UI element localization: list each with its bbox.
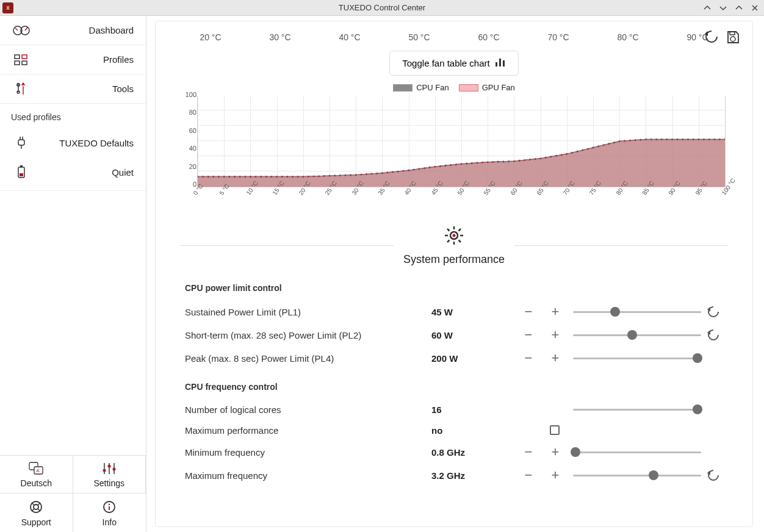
legend-cpu-fan[interactable]: CPU Fan: [393, 83, 449, 92]
slider-pl4[interactable]: [573, 352, 701, 364]
svg-point-115: [597, 145, 599, 147]
plug-icon: [12, 135, 31, 151]
slider-cores[interactable]: [573, 403, 701, 415]
sidebar-item-label: Quiet: [37, 167, 134, 178]
svg-rect-7: [22, 61, 27, 65]
temp-label: 40 °C: [331, 32, 368, 42]
sidebar-item-dashboard[interactable]: Dashboard: [0, 16, 146, 45]
svg-point-53: [271, 176, 273, 178]
plus-button[interactable]: +: [546, 349, 564, 367]
profiles-icon: [12, 52, 31, 68]
svg-point-91: [471, 162, 473, 164]
window-minimize-icon[interactable]: [716, 2, 730, 14]
svg-point-78: [403, 170, 405, 171]
svg-point-24: [112, 468, 115, 471]
used-profiles-header: Used profiles: [0, 104, 146, 128]
control-label: Maximum frequency: [185, 470, 429, 481]
cpu-power-header: CPU power limit control: [156, 271, 752, 300]
svg-point-49: [250, 176, 251, 178]
svg-point-43: [218, 176, 220, 178]
toggle-fan-chart-button[interactable]: Toggle fan table chart: [389, 51, 518, 76]
legend-swatch-icon: [393, 84, 413, 92]
minus-button[interactable]: −: [519, 466, 538, 484]
plus-button[interactable]: +: [546, 466, 564, 484]
save-icon[interactable]: [726, 30, 741, 46]
svg-point-99: [513, 160, 515, 162]
svg-point-51: [260, 176, 262, 178]
control-value: no: [431, 425, 517, 436]
svg-point-103: [535, 158, 536, 160]
language-icon: A: [29, 462, 43, 477]
slider-minfreq[interactable]: [573, 446, 701, 458]
legend-swatch-icon: [459, 84, 478, 92]
gear-icon: [443, 225, 465, 248]
footer-label: Deutsch: [21, 478, 52, 488]
svg-point-41: [207, 176, 209, 178]
svg-point-121: [629, 140, 631, 142]
minus-button[interactable]: −: [519, 349, 538, 367]
svg-point-26: [34, 505, 38, 509]
svg-point-110: [571, 152, 573, 154]
svg-point-55: [281, 176, 283, 178]
undo-button[interactable]: [704, 326, 722, 344]
app-icon: x: [2, 2, 13, 13]
undo-button[interactable]: [704, 303, 722, 321]
window-close-icon[interactable]: [748, 2, 762, 14]
sidebar-item-quiet[interactable]: Quiet: [0, 157, 146, 187]
svg-rect-5: [22, 55, 27, 59]
control-row-pl2: Short-term (max. 28 sec) Power Limit (PL…: [156, 323, 752, 347]
legend-label: GPU Fan: [482, 83, 515, 92]
control-row-maxfreq: Maximum frequency3.2 GHz−+: [156, 464, 752, 487]
footer-settings-button[interactable]: Settings: [73, 456, 146, 493]
svg-point-64: [329, 175, 331, 177]
sidebar-item-profiles[interactable]: Profiles: [0, 45, 146, 74]
minus-button[interactable]: −: [519, 303, 538, 321]
svg-point-35: [730, 37, 735, 41]
footer-deutsch-button[interactable]: A Deutsch: [0, 456, 73, 493]
svg-point-86: [445, 165, 447, 167]
svg-point-114: [593, 146, 594, 148]
undo-all-icon[interactable]: [704, 30, 719, 46]
svg-rect-34: [730, 32, 735, 35]
footer-support-button[interactable]: Support: [0, 493, 73, 532]
svg-point-126: [655, 138, 657, 140]
window-roll-icon[interactable]: [701, 2, 714, 14]
minus-button[interactable]: −: [519, 443, 538, 461]
minus-button[interactable]: −: [519, 326, 538, 344]
svg-point-118: [613, 142, 615, 143]
svg-point-60: [308, 176, 309, 178]
svg-point-124: [645, 138, 647, 140]
footer-info-button[interactable]: Info: [73, 493, 146, 532]
plus-button[interactable]: +: [546, 326, 564, 344]
svg-point-56: [286, 176, 288, 178]
footer-label: Support: [21, 517, 51, 527]
window-maximize-icon[interactable]: [732, 2, 746, 14]
svg-point-46: [234, 176, 236, 178]
svg-point-82: [423, 167, 425, 169]
checkbox-maxperf[interactable]: [550, 425, 560, 435]
temp-label: 30 °C: [262, 32, 298, 42]
control-value: 3.2 GHz: [431, 470, 517, 481]
plus-button[interactable]: +: [546, 443, 564, 461]
temp-label: 20 °C: [192, 32, 229, 42]
svg-point-65: [334, 174, 336, 176]
svg-point-104: [539, 157, 541, 159]
sidebar-item-tools[interactable]: Tools: [0, 74, 146, 104]
temp-label: 50 °C: [401, 32, 438, 42]
sidebar-item-tuxedo-defaults[interactable]: TUXEDO Defaults: [0, 128, 146, 157]
slider-pl2[interactable]: [573, 329, 701, 341]
slider-pl1[interactable]: [573, 306, 701, 318]
undo-button[interactable]: [704, 466, 722, 484]
legend-gpu-fan[interactable]: GPU Fan: [459, 83, 515, 92]
svg-point-117: [608, 143, 610, 145]
svg-rect-15: [20, 173, 23, 176]
svg-point-137: [713, 138, 715, 140]
slider-maxfreq[interactable]: [573, 469, 701, 481]
svg-point-90: [466, 163, 467, 165]
svg-point-97: [503, 160, 505, 162]
temperature-header-row: 20 °C 30 °C 40 °C 50 °C 60 °C 70 °C 80 °…: [156, 27, 752, 46]
plus-button[interactable]: +: [546, 303, 564, 321]
svg-point-40: [202, 176, 204, 178]
lifebuoy-icon: [29, 500, 43, 516]
svg-point-96: [497, 161, 499, 163]
